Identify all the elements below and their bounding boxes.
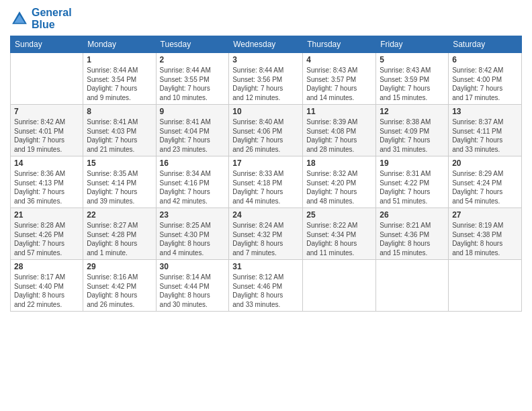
day-number: 6 [452, 55, 518, 64]
day-number: 24 [232, 210, 299, 220]
day-info: Sunrise: 8:44 AM Sunset: 3:55 PM Dayligh… [160, 66, 226, 102]
calendar-cell: 15Sunrise: 8:35 AM Sunset: 4:14 PM Dayli… [83, 156, 156, 208]
day-number: 31 [232, 262, 299, 271]
day-info: Sunrise: 8:14 AM Sunset: 4:44 PM Dayligh… [160, 273, 226, 309]
day-info: Sunrise: 8:38 AM Sunset: 4:09 PM Dayligh… [380, 118, 445, 154]
day-number: 9 [160, 107, 226, 116]
calendar-cell: 8Sunrise: 8:41 AM Sunset: 4:03 PM Daylig… [83, 105, 156, 156]
week-row-4: 21Sunrise: 8:28 AM Sunset: 4:26 PM Dayli… [11, 208, 522, 260]
day-info: Sunrise: 8:42 AM Sunset: 4:01 PM Dayligh… [14, 118, 79, 154]
day-number: 14 [14, 158, 79, 168]
day-info: Sunrise: 8:21 AM Sunset: 4:36 PM Dayligh… [380, 221, 445, 257]
calendar-cell: 23Sunrise: 8:25 AM Sunset: 4:30 PM Dayli… [156, 208, 229, 260]
header: General Blue [10, 7, 522, 30]
day-info: Sunrise: 8:29 AM Sunset: 4:24 PM Dayligh… [452, 169, 518, 205]
day-info: Sunrise: 8:42 AM Sunset: 4:00 PM Dayligh… [452, 66, 518, 102]
day-info: Sunrise: 8:24 AM Sunset: 4:32 PM Dayligh… [232, 221, 299, 257]
logo-icon [10, 9, 29, 28]
calendar-cell: 12Sunrise: 8:38 AM Sunset: 4:09 PM Dayli… [376, 105, 449, 156]
calendar-cell: 25Sunrise: 8:22 AM Sunset: 4:34 PM Dayli… [303, 208, 376, 260]
calendar-cell: 21Sunrise: 8:28 AM Sunset: 4:26 PM Dayli… [11, 208, 83, 260]
page: General Blue SundayMondayTuesdayWednesda… [0, 0, 532, 411]
calendar-cell [11, 53, 83, 105]
day-number: 20 [452, 158, 518, 168]
day-number: 2 [160, 55, 226, 64]
day-number: 30 [160, 262, 226, 271]
calendar-cell: 9Sunrise: 8:41 AM Sunset: 4:04 PM Daylig… [156, 105, 229, 156]
day-number: 29 [87, 262, 152, 271]
header-thursday: Thursday [303, 36, 376, 53]
calendar-cell: 14Sunrise: 8:36 AM Sunset: 4:13 PM Dayli… [11, 156, 83, 208]
day-number: 22 [87, 210, 152, 220]
day-number: 19 [380, 158, 445, 168]
day-number: 27 [452, 210, 518, 220]
header-monday: Monday [83, 36, 156, 53]
day-number: 5 [380, 55, 445, 64]
day-info: Sunrise: 8:41 AM Sunset: 4:03 PM Dayligh… [87, 118, 152, 154]
day-number: 28 [14, 262, 79, 271]
week-row-5: 28Sunrise: 8:17 AM Sunset: 4:40 PM Dayli… [11, 260, 522, 312]
day-number: 3 [232, 55, 299, 64]
calendar-cell [376, 260, 449, 312]
day-info: Sunrise: 8:44 AM Sunset: 3:54 PM Dayligh… [87, 66, 152, 102]
day-info: Sunrise: 8:36 AM Sunset: 4:13 PM Dayligh… [14, 169, 79, 205]
day-number: 4 [306, 55, 372, 64]
calendar-cell: 13Sunrise: 8:37 AM Sunset: 4:11 PM Dayli… [449, 105, 522, 156]
logo: General Blue [10, 7, 72, 30]
calendar-cell: 17Sunrise: 8:33 AM Sunset: 4:18 PM Dayli… [229, 156, 303, 208]
day-info: Sunrise: 8:22 AM Sunset: 4:34 PM Dayligh… [306, 221, 372, 257]
week-row-2: 7Sunrise: 8:42 AM Sunset: 4:01 PM Daylig… [11, 105, 522, 156]
day-info: Sunrise: 8:32 AM Sunset: 4:20 PM Dayligh… [306, 169, 372, 205]
day-info: Sunrise: 8:41 AM Sunset: 4:04 PM Dayligh… [160, 118, 226, 154]
calendar-cell: 31Sunrise: 8:12 AM Sunset: 4:46 PM Dayli… [229, 260, 303, 312]
week-row-1: 1Sunrise: 8:44 AM Sunset: 3:54 PM Daylig… [11, 53, 522, 105]
calendar-cell: 11Sunrise: 8:39 AM Sunset: 4:08 PM Dayli… [303, 105, 376, 156]
calendar-cell: 6Sunrise: 8:42 AM Sunset: 4:00 PM Daylig… [449, 53, 522, 105]
calendar-cell: 4Sunrise: 8:43 AM Sunset: 3:57 PM Daylig… [303, 53, 376, 105]
calendar-cell: 26Sunrise: 8:21 AM Sunset: 4:36 PM Dayli… [376, 208, 449, 260]
logo-text: General Blue [32, 7, 72, 30]
calendar-cell: 2Sunrise: 8:44 AM Sunset: 3:55 PM Daylig… [156, 53, 229, 105]
day-number: 12 [380, 107, 445, 116]
header-saturday: Saturday [449, 36, 522, 53]
day-number: 8 [87, 107, 152, 116]
day-number: 1 [87, 55, 152, 64]
day-number: 25 [306, 210, 372, 220]
calendar-cell: 3Sunrise: 8:44 AM Sunset: 3:56 PM Daylig… [229, 53, 303, 105]
day-info: Sunrise: 8:39 AM Sunset: 4:08 PM Dayligh… [306, 118, 372, 154]
header-tuesday: Tuesday [156, 36, 229, 53]
day-number: 7 [14, 107, 79, 116]
header-sunday: Sunday [11, 36, 83, 53]
day-number: 13 [452, 107, 518, 116]
calendar-cell: 30Sunrise: 8:14 AM Sunset: 4:44 PM Dayli… [156, 260, 229, 312]
day-info: Sunrise: 8:27 AM Sunset: 4:28 PM Dayligh… [87, 221, 152, 257]
day-info: Sunrise: 8:44 AM Sunset: 3:56 PM Dayligh… [232, 66, 299, 102]
calendar-table: SundayMondayTuesdayWednesdayThursdayFrid… [10, 36, 522, 312]
calendar-cell: 28Sunrise: 8:17 AM Sunset: 4:40 PM Dayli… [11, 260, 83, 312]
calendar-cell: 18Sunrise: 8:32 AM Sunset: 4:20 PM Dayli… [303, 156, 376, 208]
calendar-cell: 10Sunrise: 8:40 AM Sunset: 4:06 PM Dayli… [229, 105, 303, 156]
day-info: Sunrise: 8:28 AM Sunset: 4:26 PM Dayligh… [14, 221, 79, 257]
day-info: Sunrise: 8:25 AM Sunset: 4:30 PM Dayligh… [160, 221, 226, 257]
calendar-cell: 27Sunrise: 8:19 AM Sunset: 4:38 PM Dayli… [449, 208, 522, 260]
calendar-cell: 20Sunrise: 8:29 AM Sunset: 4:24 PM Dayli… [449, 156, 522, 208]
day-info: Sunrise: 8:43 AM Sunset: 3:59 PM Dayligh… [380, 66, 445, 102]
day-info: Sunrise: 8:16 AM Sunset: 4:42 PM Dayligh… [87, 273, 152, 309]
calendar-cell: 24Sunrise: 8:24 AM Sunset: 4:32 PM Dayli… [229, 208, 303, 260]
day-info: Sunrise: 8:34 AM Sunset: 4:16 PM Dayligh… [160, 169, 226, 205]
calendar-cell: 16Sunrise: 8:34 AM Sunset: 4:16 PM Dayli… [156, 156, 229, 208]
header-friday: Friday [376, 36, 449, 53]
day-number: 23 [160, 210, 226, 220]
day-number: 21 [14, 210, 79, 220]
day-info: Sunrise: 8:17 AM Sunset: 4:40 PM Dayligh… [14, 273, 79, 309]
day-info: Sunrise: 8:31 AM Sunset: 4:22 PM Dayligh… [380, 169, 445, 205]
day-number: 11 [306, 107, 372, 116]
day-info: Sunrise: 8:40 AM Sunset: 4:06 PM Dayligh… [232, 118, 299, 154]
day-number: 10 [232, 107, 299, 116]
day-info: Sunrise: 8:35 AM Sunset: 4:14 PM Dayligh… [87, 169, 152, 205]
calendar-cell [449, 260, 522, 312]
day-number: 18 [306, 158, 372, 168]
calendar-cell: 22Sunrise: 8:27 AM Sunset: 4:28 PM Dayli… [83, 208, 156, 260]
calendar-cell: 1Sunrise: 8:44 AM Sunset: 3:54 PM Daylig… [83, 53, 156, 105]
day-number: 16 [160, 158, 226, 168]
